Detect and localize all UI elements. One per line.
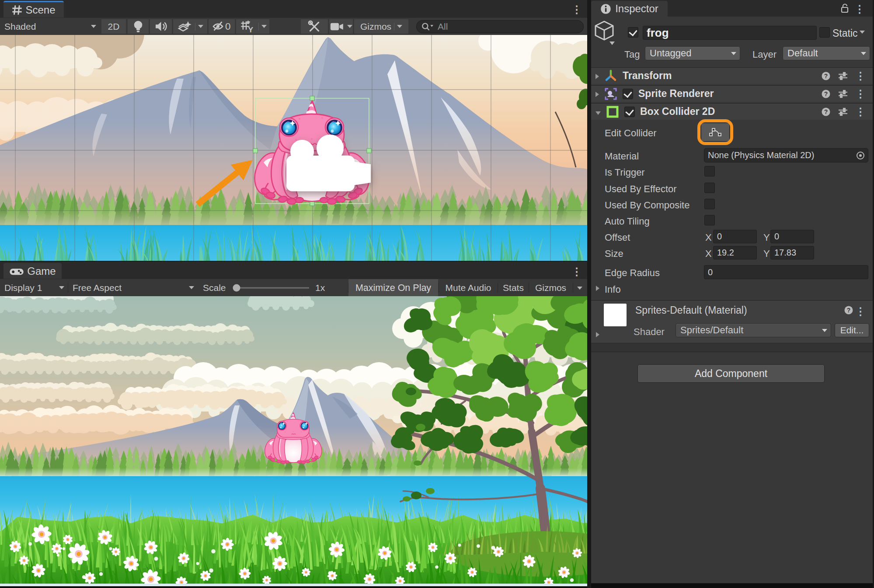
svg-text:?: ? [824, 108, 828, 115]
svg-text:Y: Y [248, 25, 253, 33]
svg-text:?: ? [847, 307, 851, 314]
svg-text:?: ? [824, 73, 828, 80]
svg-text:?: ? [824, 90, 828, 97]
svg-text:0: 0 [225, 21, 231, 32]
